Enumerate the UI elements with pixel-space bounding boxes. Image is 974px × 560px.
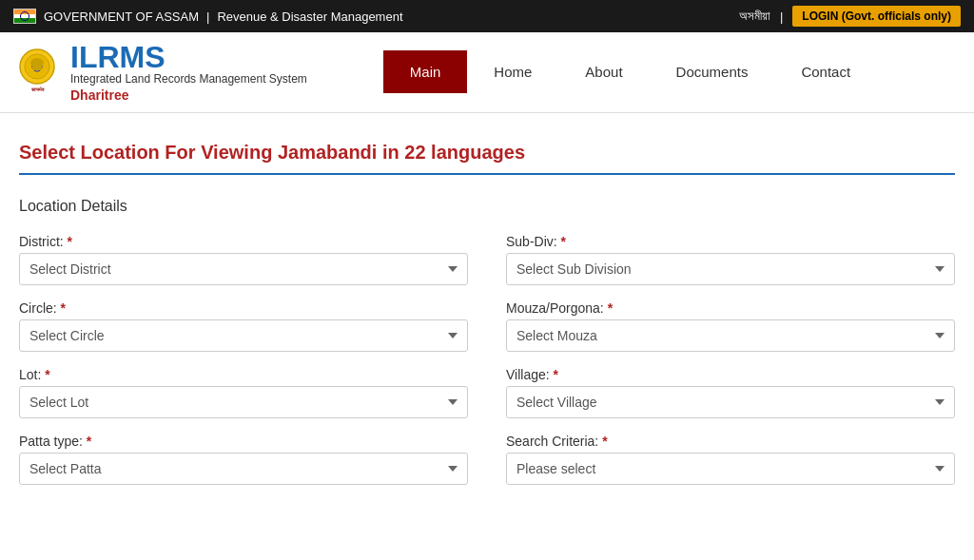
dept-text: Revenue & Disaster Management bbox=[217, 10, 402, 24]
mouza-label: Mouza/Porgona: * bbox=[506, 300, 955, 316]
patta-field: Patta type: * Select Patta bbox=[19, 434, 468, 485]
separator-2: | bbox=[780, 10, 783, 24]
village-label: Village: * bbox=[506, 367, 955, 382]
search-criteria-label: Search Criteria: * bbox=[506, 434, 955, 449]
nav-item-home[interactable]: Home bbox=[467, 50, 558, 93]
brand-text: ILRMS Integrated Land Records Management… bbox=[70, 42, 307, 103]
brand-name: ILRMS bbox=[70, 42, 307, 72]
subdiv-field: Sub-Div: * Select Sub Division bbox=[506, 234, 955, 285]
mouza-required: * bbox=[608, 300, 613, 316]
gov-text: GOVERNMENT OF ASSAM bbox=[44, 10, 199, 24]
subdiv-required: * bbox=[561, 234, 566, 249]
circle-required: * bbox=[61, 300, 66, 316]
india-flag-icon bbox=[13, 9, 36, 24]
main-nav: Main Home About Documents Contact bbox=[383, 50, 877, 93]
patta-label: Patta type: * bbox=[19, 434, 468, 449]
title-prefix: Select Location For Viewing Jamabandi in bbox=[19, 142, 404, 163]
main-content: Select Location For Viewing Jamabandi in… bbox=[0, 113, 974, 504]
village-required: * bbox=[554, 367, 558, 382]
nav-item-main[interactable]: Main bbox=[383, 50, 468, 93]
top-bar-right: অসমীয়া | LOGIN (Govt. officials only) bbox=[739, 6, 961, 27]
circle-select[interactable]: Select Circle bbox=[19, 319, 468, 352]
separator-1: | bbox=[206, 10, 209, 24]
district-label: District: * bbox=[19, 234, 468, 249]
patta-required: * bbox=[87, 434, 91, 449]
circle-field: Circle: * Select Circle bbox=[19, 300, 468, 352]
village-field: Village: * Select Village bbox=[506, 367, 955, 418]
title-divider bbox=[19, 173, 955, 175]
lot-label: Lot: * bbox=[19, 367, 468, 382]
village-select[interactable]: Select Village bbox=[506, 386, 955, 418]
mouza-select[interactable]: Select Mouza bbox=[506, 319, 955, 352]
lang-text[interactable]: অসমীয়া bbox=[739, 9, 770, 24]
search-criteria-required: * bbox=[602, 434, 607, 449]
subdiv-label: Sub-Div: * bbox=[506, 234, 955, 249]
lot-select[interactable]: Select Lot bbox=[19, 386, 468, 418]
nav-item-contact[interactable]: Contact bbox=[774, 50, 877, 93]
location-form: District: * Select District Sub-Div: * S… bbox=[19, 234, 955, 485]
site-header: सत्यमेव ILRMS Integrated Land Records Ma… bbox=[0, 32, 974, 113]
nav-item-about[interactable]: About bbox=[558, 50, 649, 93]
emblem-icon: सत्यमेव bbox=[13, 46, 61, 98]
district-select[interactable]: Select District bbox=[19, 253, 468, 285]
section-heading: Location Details bbox=[19, 198, 955, 215]
page-title: Select Location For Viewing Jamabandi in… bbox=[19, 142, 955, 164]
brand-subtitle: Integrated Land Records Management Syste… bbox=[70, 72, 307, 87]
lot-required: * bbox=[45, 367, 49, 382]
district-required: * bbox=[68, 234, 72, 249]
top-bar: GOVERNMENT OF ASSAM | Revenue & Disaster… bbox=[0, 0, 974, 32]
lot-field: Lot: * Select Lot bbox=[19, 367, 468, 418]
mouza-field: Mouza/Porgona: * Select Mouza bbox=[506, 300, 955, 352]
svg-text:सत्यमेव: सत्यमेव bbox=[30, 87, 45, 92]
search-criteria-select[interactable]: Please select bbox=[506, 453, 955, 485]
district-field: District: * Select District bbox=[19, 234, 468, 285]
login-button[interactable]: LOGIN (Govt. officials only) bbox=[792, 6, 961, 27]
svg-rect-5 bbox=[32, 65, 42, 70]
nav-item-documents[interactable]: Documents bbox=[650, 50, 775, 93]
search-criteria-field: Search Criteria: * Please select bbox=[506, 434, 955, 485]
subdiv-select[interactable]: Select Sub Division bbox=[506, 253, 955, 285]
title-highlight: 22 languages bbox=[404, 142, 525, 163]
logo-area: सत्यमेव ILRMS Integrated Land Records Ma… bbox=[13, 42, 307, 103]
dharitree-label: Dharitree bbox=[70, 87, 307, 103]
top-bar-left: GOVERNMENT OF ASSAM | Revenue & Disaster… bbox=[13, 9, 403, 24]
circle-label: Circle: * bbox=[19, 300, 468, 316]
patta-select[interactable]: Select Patta bbox=[19, 453, 468, 485]
